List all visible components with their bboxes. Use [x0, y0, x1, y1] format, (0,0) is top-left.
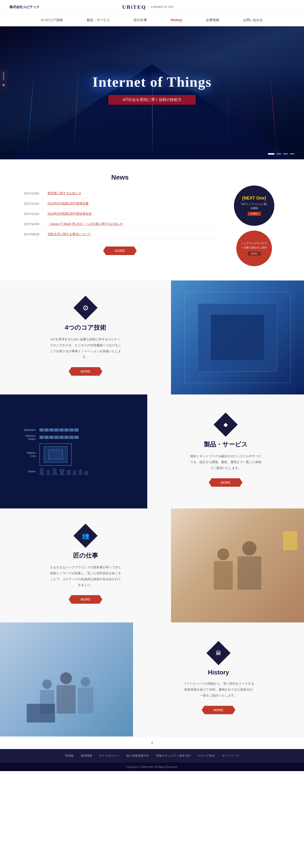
footer: IR情報 採用情報 サイトポリシー 個人情報保護方針 情報セキュリティ基本方針 …: [0, 749, 304, 763]
craftsman-heading: 匠の仕事: [73, 552, 98, 560]
news-item-2: 2017/11/10 2018年6月期第1四半期報告書: [24, 198, 216, 209]
craftsman-icon: 👥: [82, 532, 89, 539]
core-tech-icon-wrapper: ⚙: [73, 296, 98, 320]
news-item-1: 2017/12/01 新部署に関するお知らせ: [24, 188, 216, 198]
products-icon: ◆: [223, 421, 228, 428]
craftsman-text: さまざまなバックグラウンドの技術者が持ってきた技術とノウハウが結集し、互いに化学…: [50, 564, 121, 588]
craftsman-more-button[interactable]: MORE: [69, 595, 102, 604]
menu-label: MENU: [2, 72, 5, 81]
device-row: Device: [14, 469, 133, 475]
header: 株式会社ユビテック UBiTEQ A MEMBER OF ORIX: [0, 0, 304, 14]
news-section: News 2017/12/01 新部署に関するお知らせ 2017/11/10 2…: [0, 159, 304, 280]
news-content: News 2017/12/01 新部署に関するお知らせ 2017/11/10 2…: [24, 174, 216, 266]
nav-company[interactable]: 企業情報: [194, 14, 231, 26]
hero-section: MENU ≡ Internet of Things IoT社会を実現に導く信頼の…: [0, 26, 304, 159]
news-item-5: 2017/09/29 支配主等に関する事項について: [24, 229, 216, 239]
craftsman-content: 👥 匠の仕事 さまざまなバックグラウンドの技術者が持ってきた技術とノウハウが結集…: [0, 508, 171, 622]
history-content: 🏛 History ソフトとハードの両面から、常に時代をリードする技術革新を続け…: [133, 622, 304, 737]
footer-link-recruit[interactable]: 採用情報: [81, 754, 92, 758]
company-name: 株式会社ユビテック: [9, 5, 39, 9]
nav-history[interactable]: History: [159, 14, 194, 26]
core-tech-heading: 4つのコア技術: [65, 323, 106, 332]
news-date-2: 2017/11/10: [24, 202, 43, 206]
history-icon: 🏛: [216, 650, 221, 656]
footer-link-privacy[interactable]: 個人情報保護方針: [126, 754, 149, 758]
craftsman-icon-wrapper: 👥: [73, 524, 98, 548]
products-content: ◆ 製品・サービス 端末とネットワークを融合させたシステムやサービスを、設計から…: [147, 395, 304, 508]
news-date-3: 2017/11/10: [24, 212, 43, 216]
dot-3[interactable]: [283, 153, 288, 155]
products-text: 端末とネットワークを融合させたシステムやサービスを、設計から開発、量産、運用まで…: [190, 453, 261, 471]
products-diagram: Application BusinessEngine: [0, 395, 147, 508]
nav-craftsman[interactable]: 匠の仕事: [122, 14, 159, 26]
news-link-2[interactable]: 2018年6月期第1四半期報告書: [48, 202, 89, 206]
dot-2[interactable]: [276, 153, 281, 155]
badge2-more-btn[interactable]: MORE: [248, 252, 261, 255]
app-boxes: [39, 428, 79, 432]
main-nav: 4つのコア技術 製品・サービス 匠の仕事 History 企業情報 お問い合わせ: [0, 14, 304, 26]
news-more-button[interactable]: MORE: [103, 247, 137, 255]
footer-link-sitemap[interactable]: サイトマップ: [222, 754, 239, 758]
badge-subtitle: 「IoTイノベーション室」を新設: [239, 202, 270, 210]
nav-products[interactable]: 製品・サービス: [75, 14, 122, 26]
dot-4[interactable]: [290, 153, 295, 155]
hero-subtitle-text: IoT社会を実現に導く信頼の技術力: [123, 98, 181, 102]
footer-link-ir[interactable]: IR情報: [65, 754, 73, 758]
nav-contact[interactable]: お問い合わせ: [231, 14, 275, 26]
hero-title: Internet of Things: [0, 74, 304, 90]
hamburger-icon: ≡: [2, 83, 5, 88]
business-row: BusinessEngine: [14, 434, 133, 440]
news-item-4: 2017/10/30 「Japan IT Week 秋 2017」への出展に関す…: [24, 219, 216, 229]
badge-sharing[interactable]: シェアリングサービスへの取り組みのご紹介 MORE: [236, 230, 272, 266]
business-label: BusinessEngine: [14, 434, 36, 440]
platform-box: [39, 443, 72, 466]
news-link-5[interactable]: 支配主等に関する事項について: [48, 232, 91, 236]
news-link-1[interactable]: 新部署に関するお知らせ: [48, 191, 82, 195]
core-tech-content: ⚙ 4つのコア技術 IoTを実現するために必要な技術に対するユビテックのこだわり…: [0, 280, 171, 395]
app-label: Application: [14, 429, 36, 431]
badge-title: [NEXT One]: [242, 196, 266, 201]
nav-core-tech[interactable]: 4つのコア技術: [29, 14, 75, 26]
business-boxes: [39, 436, 79, 439]
copyright-text: Copyright © Ubiteq.INC All Rights Reserv…: [126, 766, 178, 768]
news-badges: [NEXT One] 「IoTイノベーション室」を新設 MORE シェアリングサ…: [228, 174, 280, 266]
device-icons: [39, 469, 88, 475]
history-text: ソフトとハードの両面から、常に時代をリードする技術革新を続けて40年。蓄積されて…: [183, 681, 254, 699]
app-row: Application: [14, 428, 133, 432]
core-tech-section: ⚙ 4つのコア技術 IoTを実現するために必要な技術に対するユビテックのこだわり…: [0, 280, 304, 395]
dot-1[interactable]: [268, 153, 275, 155]
news-link-4[interactable]: 「Japan IT Week 秋 2017」への出展に関するお知らせ: [48, 222, 123, 226]
craftsman-image: [171, 508, 304, 622]
member-text: A MEMBER OF ORIX: [149, 6, 174, 8]
badge2-text: シェアリングサービスへの取り組みのご紹介: [241, 241, 267, 250]
news-link-3[interactable]: 2018年6月期第1四半期決算短信: [48, 212, 92, 216]
history-section: 🏛 History ソフトとハードの両面から、常に時代をリードする技術革新を続け…: [0, 622, 304, 737]
footer-link-security[interactable]: 情報セキュリティ基本方針: [156, 754, 190, 758]
products-more-button[interactable]: MORE: [209, 478, 242, 487]
side-menu[interactable]: MENU ≡: [0, 69, 7, 91]
core-tech-more-button[interactable]: MORE: [69, 367, 102, 376]
news-date-5: 2017/09/29: [24, 232, 43, 236]
history-icon-wrapper: 🏛: [206, 641, 231, 665]
copyright-bar: Copyright © Ubiteq.INC All Rights Reserv…: [0, 763, 304, 771]
core-tech-icon: ⚙: [83, 304, 89, 312]
footer-link-policy[interactable]: サイトポリシー: [99, 754, 119, 758]
brand-logo: UBiTEQ: [122, 4, 146, 10]
platform-row: PlatformCore: [14, 443, 133, 466]
core-tech-text: IoTを実現するために必要な技術に対するユビテックのこだわりを、ビジネスの付加価…: [50, 337, 121, 360]
scroll-top[interactable]: ∧: [0, 737, 304, 749]
hero-dots: [268, 153, 295, 155]
hero-content: Internet of Things IoT社会を実現に導く信頼の技術力: [0, 26, 304, 105]
history-more-button[interactable]: MORE: [202, 706, 235, 714]
badge-more-btn[interactable]: MORE: [248, 212, 261, 216]
scroll-top-icon: ∧: [150, 740, 154, 746]
platform-label: PlatformCore: [14, 452, 36, 458]
footer-link-group[interactable]: グループ会社: [197, 754, 215, 758]
brand-center: UBiTEQ A MEMBER OF ORIX: [122, 4, 174, 10]
news-more-container: MORE: [24, 247, 216, 255]
craftsman-section: 👥 匠の仕事 さまざまなバックグラウンドの技術者が持ってきた技術とノウハウが結集…: [0, 508, 304, 622]
device-label: Device: [14, 470, 36, 473]
badge-next-one[interactable]: [NEXT One] 「IoTイノベーション室」を新設 MORE: [234, 185, 274, 226]
products-heading: 製品・サービス: [204, 440, 248, 448]
news-item-3: 2017/11/10 2018年6月期第1四半期決算短信: [24, 209, 216, 219]
